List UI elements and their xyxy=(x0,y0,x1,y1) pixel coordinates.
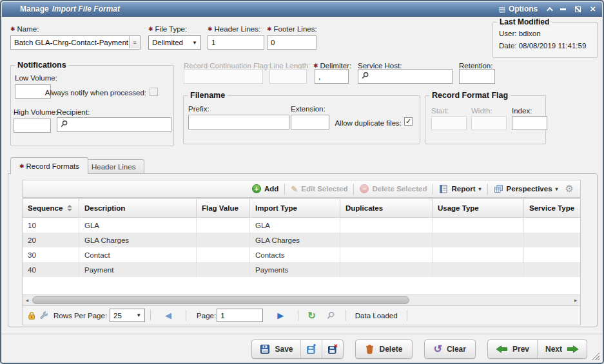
cell-import-type[interactable]: Payments xyxy=(250,262,340,277)
cell-service-type[interactable] xyxy=(524,262,580,277)
pager-separator xyxy=(346,310,346,321)
gear-icon[interactable]: ⚙ xyxy=(565,183,574,195)
cell-service-type[interactable] xyxy=(524,247,580,262)
always-notify-checkbox[interactable] xyxy=(150,88,158,96)
header-lines-input[interactable] xyxy=(208,35,264,50)
next-button[interactable]: Next xyxy=(538,340,587,358)
add-plus-icon: + xyxy=(252,184,261,193)
cell-description[interactable]: GLA Charges xyxy=(79,233,197,247)
service-host-input[interactable] xyxy=(358,69,453,84)
delimiter-input[interactable] xyxy=(315,69,349,84)
cell-description[interactable]: GLA xyxy=(79,218,197,233)
search-icon[interactable] xyxy=(326,311,335,320)
delete-button[interactable]: Delete xyxy=(355,340,412,359)
arrow-left-icon xyxy=(496,345,508,354)
cell-import-type[interactable]: GLA xyxy=(250,218,340,233)
footer-lines-label: ✱Footer Lines: xyxy=(267,25,317,33)
minimize-icon[interactable] xyxy=(560,8,566,10)
header-lines-wrap xyxy=(208,35,264,50)
scroll-right-icon[interactable]: ▸ xyxy=(571,295,580,305)
chevron-down-icon: ▾ xyxy=(479,186,482,192)
cell-service-type[interactable] xyxy=(524,218,580,233)
cell-import-type[interactable]: Contacts xyxy=(250,247,340,262)
cell-flag-value[interactable] xyxy=(197,262,250,277)
high-volume-input[interactable] xyxy=(14,119,51,133)
cell-service-type[interactable] xyxy=(524,233,580,247)
table-row[interactable]: 30 Contact Contacts xyxy=(23,247,580,262)
rows-per-page-select[interactable]: 25 ▼ xyxy=(110,309,145,322)
header-lines-label: ✱Header Lines: xyxy=(208,25,260,33)
report-button[interactable]: Report ▾ xyxy=(439,184,481,193)
table-row[interactable]: 10 GLA GLA xyxy=(23,218,580,233)
cell-flag-value[interactable] xyxy=(197,218,250,233)
cell-sequence[interactable]: 10 xyxy=(23,218,79,233)
name-input[interactable] xyxy=(10,35,141,50)
maximize-icon[interactable] xyxy=(575,6,581,12)
cell-sequence[interactable]: 30 xyxy=(23,247,79,262)
cell-sequence[interactable]: 20 xyxy=(23,233,79,247)
cell-usage-type[interactable] xyxy=(433,233,524,247)
column-header-usage-type[interactable]: Usage Type xyxy=(433,199,524,217)
scroll-left-icon[interactable]: ◂ xyxy=(23,295,32,305)
close-icon[interactable]: × xyxy=(590,6,596,12)
filename-legend: Filename xyxy=(188,91,228,100)
extension-label: Extension: xyxy=(291,105,326,113)
perspectives-button[interactable]: Perspectives ▾ xyxy=(494,184,558,193)
prefix-input[interactable] xyxy=(188,115,289,129)
table-row[interactable]: 40 Payment Payments xyxy=(23,262,580,277)
lock-icon[interactable] xyxy=(27,311,36,320)
cell-duplicates[interactable] xyxy=(340,247,433,262)
cell-usage-type[interactable] xyxy=(433,247,524,262)
next-page-icon[interactable]: ▶ xyxy=(277,311,284,320)
recipient-input[interactable] xyxy=(57,117,171,132)
cell-duplicates[interactable] xyxy=(340,233,433,247)
column-header-duplicates[interactable]: Duplicates xyxy=(340,199,433,217)
expand-editor-icon[interactable]: ≡ xyxy=(129,36,140,48)
cell-flag-value[interactable] xyxy=(197,247,250,262)
cell-description[interactable]: Contact xyxy=(79,247,197,262)
refresh-icon[interactable]: ↻ xyxy=(307,310,316,321)
clear-button[interactable]: ↺ Clear xyxy=(424,340,476,359)
save-and-close-button[interactable] xyxy=(322,340,343,358)
add-button[interactable]: + Add xyxy=(252,184,278,193)
cell-flag-value[interactable] xyxy=(197,233,250,247)
previous-page-icon[interactable]: ◀ xyxy=(165,311,171,320)
wrench-icon[interactable] xyxy=(39,311,48,320)
required-asterisk: ✱ xyxy=(148,26,153,32)
collapse-icon[interactable] xyxy=(547,6,553,13)
prefix-label: Prefix: xyxy=(188,105,209,113)
table-row[interactable]: 20 GLA Charges GLA Charges xyxy=(23,233,580,247)
column-header-service-type[interactable]: Service Type xyxy=(524,199,580,217)
column-header-description[interactable]: Description xyxy=(79,199,197,217)
save-button[interactable]: Save xyxy=(252,340,301,358)
scrollbar-thumb[interactable] xyxy=(32,296,409,304)
allow-duplicate-files-checkbox[interactable]: ✓ xyxy=(404,117,413,126)
filename-group: Filename Prefix: Extension: Allow duplic… xyxy=(183,95,420,144)
horizontal-scrollbar[interactable]: ◂ ▸ xyxy=(23,294,580,305)
tab-record-formats[interactable]: ✱Record Formats xyxy=(10,157,88,174)
footer-lines-input[interactable] xyxy=(267,35,317,50)
rows-per-page-label: Rows Per Page: xyxy=(54,312,107,320)
prev-button[interactable]: Prev xyxy=(488,340,538,358)
cell-usage-type[interactable] xyxy=(433,262,524,277)
required-asterisk: ✱ xyxy=(267,26,272,32)
cell-duplicates[interactable] xyxy=(340,262,433,277)
cell-import-type[interactable]: GLA Charges xyxy=(250,233,340,247)
save-and-new-button[interactable] xyxy=(301,340,322,358)
retention-input[interactable] xyxy=(459,69,495,84)
column-header-import-type[interactable]: Import Type xyxy=(250,199,340,217)
cell-sequence[interactable]: 40 xyxy=(23,262,79,277)
search-icon[interactable] xyxy=(361,72,369,80)
cell-description[interactable]: Payment xyxy=(79,262,197,277)
column-header-flag-value[interactable]: Flag Value xyxy=(197,199,250,217)
last-modified-legend: Last Modified xyxy=(497,17,552,26)
file-type-select[interactable]: Delimited ▼ xyxy=(148,35,201,50)
page-input[interactable] xyxy=(217,309,263,322)
column-header-sequence[interactable]: Sequence xyxy=(23,199,79,217)
tab-header-lines[interactable]: Header Lines xyxy=(83,159,144,174)
search-icon[interactable] xyxy=(60,120,68,128)
cell-usage-type[interactable] xyxy=(433,218,524,233)
index-input[interactable] xyxy=(512,116,547,130)
cell-duplicates[interactable] xyxy=(340,218,433,233)
options-button[interactable]: ▤ Options xyxy=(499,5,538,14)
